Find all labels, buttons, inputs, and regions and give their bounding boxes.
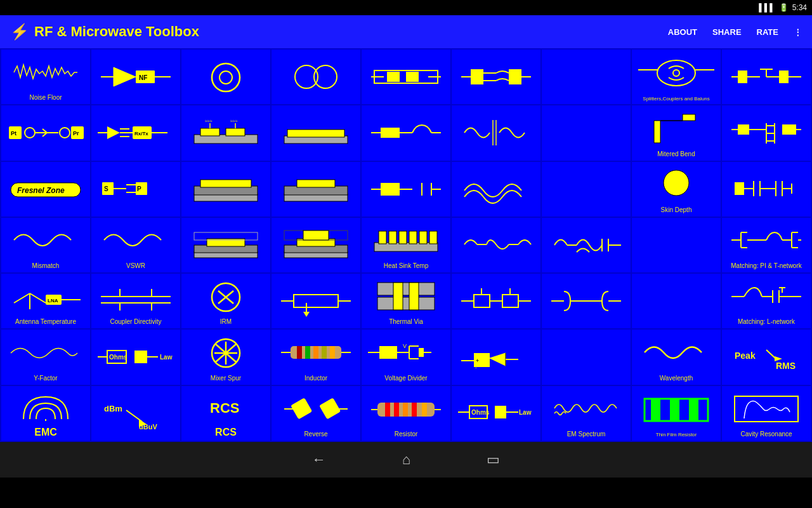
coupler-directivity-cell[interactable]: Coupler Directivity (91, 273, 181, 329)
cavity-resonance-cell[interactable]: Cavity Resonance (721, 385, 811, 441)
reverse-icon (274, 389, 358, 429)
vswr-cell[interactable]: VSWR (91, 217, 181, 273)
wavelength-label: Wavelength (660, 375, 693, 382)
dbm-dbuv-cell[interactable]: dBm dBuV (91, 385, 181, 441)
svg-rect-197 (313, 346, 318, 359)
r7c6-icon: Ohms Law (454, 389, 538, 437)
svg-rect-87 (200, 180, 251, 187)
svg-point-34 (25, 128, 35, 138)
splitters-couplers-cell[interactable]: Splitters,Couplers and Baluns (631, 49, 721, 105)
matching-l-label: Matching: L-network (738, 318, 795, 326)
matching-l-cell[interactable]: Matching: L-network (721, 273, 811, 329)
time-display: 5:34 (792, 3, 807, 12)
inductor-line-cell[interactable] (361, 105, 451, 161)
svg-rect-167 (502, 295, 518, 307)
fresnel-zone-cell[interactable]: Fresnel Zone (1, 161, 91, 217)
svg-rect-247 (670, 399, 679, 421)
home-button[interactable]: ⌂ (402, 451, 410, 468)
thermal-via-label: Thermal Via (389, 318, 423, 326)
transformer-cell[interactable] (451, 105, 541, 161)
ohms-law-cell[interactable]: Ohms Law (91, 329, 181, 385)
component1-cell[interactable] (451, 49, 541, 105)
em-spectrum-cell[interactable]: EM Spectrum (541, 385, 631, 441)
pt-pr-cell[interactable]: Pt Pr (1, 105, 91, 161)
svg-text:+: + (476, 358, 479, 364)
skin-depth-cell[interactable]: Skin Depth (631, 161, 721, 217)
r5c4-cell[interactable] (271, 273, 361, 329)
peak-rms-icon: Peak RMS (724, 332, 808, 382)
emc-cell[interactable]: EMC (1, 385, 91, 441)
recent-button[interactable]: ▭ (487, 451, 500, 468)
row2-col9-cell[interactable] (721, 105, 811, 161)
y-factor-cell[interactable]: Y-Factor (1, 329, 91, 385)
s-p-cell[interactable]: S P (91, 161, 181, 217)
voltage-divider-cell[interactable]: V Voltage Divider (361, 329, 451, 385)
mitered-bend-cell[interactable]: Mitered Bend (631, 105, 721, 161)
r5c6-cell[interactable] (451, 273, 541, 329)
peak-rms-cell[interactable]: Peak RMS (721, 329, 811, 385)
r7c6-cell[interactable]: Ohms Law (451, 385, 541, 441)
attenuator-cell[interactable] (721, 49, 811, 105)
svg-rect-52 (226, 128, 245, 136)
heat-sink-temp-cell[interactable]: Heat Sink Temp (361, 217, 451, 273)
r3c6-cell[interactable] (451, 161, 541, 217)
r4c8-cell (631, 217, 721, 273)
rate-button[interactable]: RATE (757, 27, 778, 37)
svg-text:RMS: RMS (776, 361, 796, 371)
substrate-r2c4-icon (274, 108, 358, 157)
r3c9-icon (724, 164, 808, 214)
rx-tx-cell[interactable]: Rx/Tx (91, 105, 181, 161)
svg-rect-199 (330, 346, 335, 359)
reverse-cell[interactable]: Reverse (271, 385, 361, 441)
svg-rect-229 (319, 398, 341, 419)
r7c5-cell[interactable]: Resistor (361, 385, 451, 441)
mitered-bend-label: Mitered Bend (657, 150, 695, 158)
svg-rect-242 (495, 406, 506, 418)
substrate-row2-col4-cell[interactable] (271, 105, 361, 161)
isolator-icon (274, 52, 358, 102)
mixer-spur-cell[interactable]: Mixer Spur (181, 329, 271, 385)
r5c7-cell[interactable] (541, 273, 631, 329)
thermal-via-cell[interactable]: Thermal Via (361, 273, 451, 329)
svg-rect-11 (387, 72, 400, 82)
svg-point-23 (673, 70, 679, 76)
noise-floor-cell[interactable]: Noise Floor (1, 49, 91, 105)
r6c6-cell[interactable]: + - (451, 329, 541, 385)
r4c7-cell[interactable] (541, 217, 631, 273)
svg-text:Law: Law (519, 409, 532, 416)
about-button[interactable]: ABOUT (668, 27, 697, 37)
substrate-r3c3-icon (184, 164, 268, 214)
isolator-cell[interactable] (271, 49, 361, 105)
more-options-button[interactable]: ⋮ (794, 27, 802, 37)
svg-rect-195 (297, 346, 302, 359)
coupler-directivity-icon (94, 276, 178, 317)
svg-rect-156 (294, 295, 338, 307)
substrate-row2-col3-cell[interactable]: ≈≈≈ ≈≈≈ (181, 105, 271, 161)
irm-cell[interactable]: IRM (181, 273, 271, 329)
inductor-cell[interactable]: Inductor (271, 329, 361, 385)
matching-pi-t-cell[interactable]: Matching: PI & T-network (721, 217, 811, 273)
r3c5-cell[interactable] (361, 161, 451, 217)
svg-marker-43 (107, 126, 120, 139)
r3c9-cell[interactable] (721, 161, 811, 217)
rcs-cell[interactable]: RCS RCS (181, 385, 271, 441)
filter-bandpass-cell[interactable] (361, 49, 451, 105)
substrate-r4c4-cell[interactable] (271, 217, 361, 273)
irm-label: IRM (220, 318, 232, 326)
voltage-divider-icon: V (364, 332, 448, 373)
thin-film-resistor-cell[interactable]: Thin Film Resistor (631, 385, 721, 441)
substrate-r3c4-cell[interactable] (271, 161, 361, 217)
vswr-label: VSWR (126, 262, 145, 270)
circulator-cell[interactable] (181, 49, 271, 105)
share-button[interactable]: SHARE (712, 27, 742, 37)
wavelength-cell[interactable]: Wavelength (631, 329, 721, 385)
substrate-r4c3-cell[interactable] (181, 217, 271, 273)
substrate-r3c3-cell[interactable] (181, 161, 271, 217)
mismatch-cell[interactable]: Mismatch (1, 217, 91, 273)
svg-point-97 (664, 170, 689, 196)
nf-amplifier-cell[interactable]: NF (91, 49, 181, 105)
s-p-icon: S P (94, 164, 178, 214)
r4c6-cell[interactable] (451, 217, 541, 273)
antenna-temperature-cell[interactable]: LNA Antenna Temperature (1, 273, 91, 329)
back-button[interactable]: ← (312, 451, 326, 468)
